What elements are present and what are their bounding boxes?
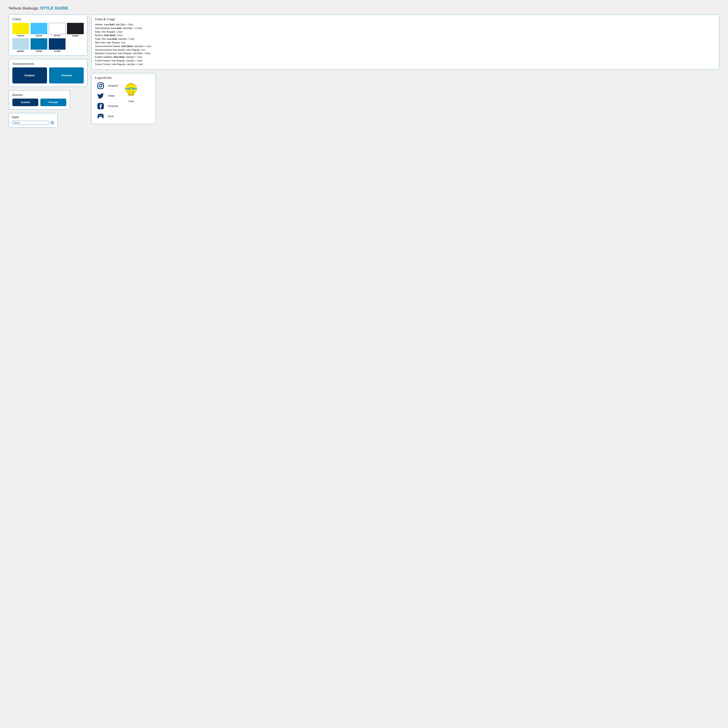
font-usage-row: English Subtitles: Inter Bold, calc(8px … [95,55,716,59]
font-usage-row: Announcements Header: Inter Bold, calc(1… [95,44,716,48]
crest-block: NANYANG GIRLS' HIGH 中 勤 慎 端 樸 Crest [124,82,138,102]
font-usage-row: Header: Lora Bold, calc(20px + 3vw) [95,23,716,26]
swatch-chip [49,23,66,34]
swatch-hex-label: 01376B [54,50,60,52]
font-usage-label: Mandarin Characters: [95,52,118,55]
font-usage-fontname: Inter Regular [118,52,132,55]
font-usage-fontname: Lora Bold [104,23,114,26]
swatch-hex-label: FDEC00 [17,35,24,37]
button-pressed[interactable]: Pressed [40,99,66,106]
buttons-heading: Buttons [12,93,66,97]
instagram-icon [97,82,104,89]
font-usage-fontname: Inter Regular [102,31,115,33]
font-usage-fontname: Inter Regular [112,63,125,66]
facebook-label: Facebook [108,105,118,107]
announcements-card: Announcements Enabled Pressed [9,59,87,87]
font-usage-size: , 1.5vw [115,31,122,33]
swatch-hex-label: FFFFFF [54,35,61,37]
font-usage-label: Buttons: [95,34,104,37]
colors-heading: Colors [12,17,84,21]
icon-row-facebook: Facebook [97,102,118,110]
color-swatch: 000000 [67,23,84,37]
page-title-prefix: Website Redesign: [9,6,40,10]
svg-point-4 [102,84,102,84]
page-title: Website Redesign: STYLE GUIDE [9,6,719,11]
announcements-heading: Announcements [12,62,84,66]
button-enabled[interactable]: Enabled [12,99,38,106]
input-card: Input [9,113,58,127]
font-usage-row: Footer Header: Inter Regular, calc(4px +… [95,59,716,63]
color-swatch: B6DBEC [12,38,29,52]
font-usage-row: Sub-Headings: Lora Bold, calc(14px + 1.5… [95,26,716,30]
font-usage-label: Header: [95,23,104,26]
font-usage-size: , 1vw [140,49,145,51]
font-usage-label: English Subtitles: [95,56,113,58]
font-usage-size: , calc(20px + 3vw) [114,23,133,26]
color-swatch: 42C3FF [31,23,47,37]
font-usage-fontname: Lora Bold [111,27,121,29]
font-usage-label: Menu Bar: [95,41,106,44]
swatch-chip [12,23,29,34]
colors-card: Colors FDEC0042C3FFFFFFFF000000B6DBEC007… [9,15,87,56]
font-usage-fontname: Inter Regular [126,49,140,51]
font-usage-row: Mandarin Characters: Inter Regular, calc… [95,52,716,55]
font-usage-row: Footer Content: Inter Regular, calc(3px … [95,63,716,66]
font-usage-size: , 1vw [120,41,125,44]
font-usage-size: , calc(4px + 1vw) [117,38,135,40]
logos-card: Logos/Icons Instagram [92,73,156,124]
font-usage-label: Sub-Headings: [95,27,111,29]
twitter-icon [97,92,104,99]
font-usage-size: , calc(50px + 4vw) [132,52,150,55]
font-usage-fontname: Inter Bold [113,56,124,58]
font-usage-label: Announcements Header: [95,45,121,47]
twitter-label: Twitter [108,95,115,97]
swatch-chip [31,23,47,34]
page-title-suffix: STYLE GUIDE [40,6,68,10]
font-usage-label: Footer Content: [95,63,112,66]
search-input[interactable] [12,121,49,125]
font-usage-size: , calc(8px + 1vw) [124,56,142,58]
svg-rect-2 [98,83,104,89]
buttons-card: Buttons Enabled Pressed [9,90,70,110]
search-icon [51,122,54,124]
swatch-chip [31,38,47,50]
font-usage-label: Footer Header: [95,60,112,62]
color-swatch: 0078B0 [31,38,47,52]
crest-label: Crest [128,100,134,102]
color-swatch: FDEC00 [12,23,29,37]
swatch-hex-label: 42C3FF [36,35,42,37]
font-usage-size: , calc(3px + 1vw) [125,63,143,66]
svg-text:中: 中 [130,88,132,89]
instagram-label: Instagram [108,84,118,87]
announcement-pressed-button[interactable]: Pressed [49,67,84,83]
font-usage-row: Menu Bar: Inter Regular, 1vw [95,41,716,44]
font-usage-size: , calc(4px + 1vw) [125,60,142,62]
icon-row-twitter: Twitter [97,92,118,99]
font-usage-row: Announcements Sub-Header: Inter Regular,… [95,48,716,52]
font-usage-row: Page Title: Lora Bold, calc(4px + 1vw) [95,37,716,41]
font-usage-label: Announcements Sub-Header: [95,49,126,51]
announcement-enabled-button[interactable]: Enabled [12,67,47,83]
font-usage-size: , 1.5vw [115,34,122,37]
logos-heading: Logos/Icons [95,76,152,80]
font-usage-fontname: Inter Bold [104,34,115,37]
swatch-hex-label: 000000 [72,35,78,37]
font-usage-row: Body: Inter Regular, 1.5vw [95,30,716,34]
font-usage-label: Body: [95,31,102,33]
font-usage-fontname: Inter Regular [106,41,120,44]
input-heading: Input [12,115,55,119]
font-usage-fontname: Inter Bold [121,45,132,47]
swatch-chip [67,23,84,34]
svg-point-3 [99,84,102,87]
icon-row-instagram: Instagram [97,82,118,89]
fonts-heading: Fonts & Usage [95,17,716,21]
swatch-hex-label: 0078B0 [36,50,42,52]
swatch-chip [49,38,66,50]
swatch-hex-label: B6DBEC [17,50,24,52]
font-usage-fontname: Lora Bold [107,38,117,40]
color-swatch: FFFFFF [49,23,66,37]
font-usage-size: , calc(12px + 1vw) [132,45,151,47]
font-usage-fontname: Inter Regular [112,60,125,62]
search-button[interactable] [50,121,55,125]
facebook-icon [97,102,104,110]
